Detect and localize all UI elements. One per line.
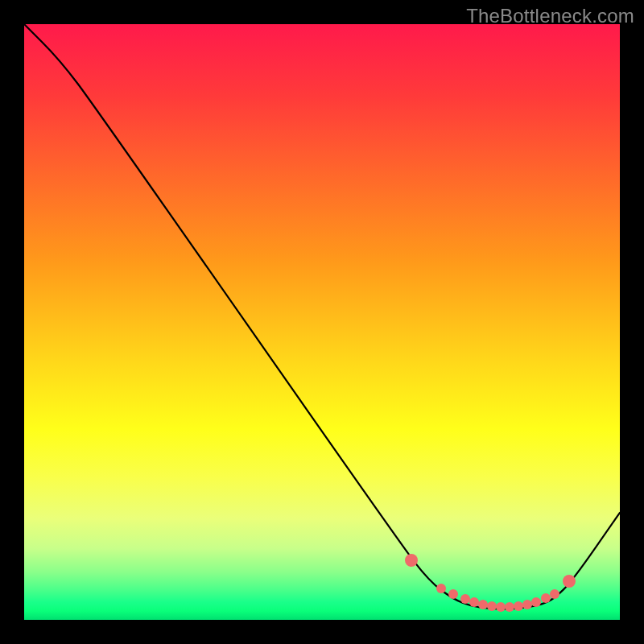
- highlight-dot: [514, 601, 523, 611]
- highlight-dot: [469, 597, 479, 607]
- highlight-dot: [550, 589, 559, 599]
- chart-stage: TheBottleneck.com: [0, 0, 644, 644]
- plot-area: [24, 24, 620, 620]
- highlight-dot: [405, 554, 418, 567]
- highlight-dot: [436, 584, 446, 593]
- highlight-dot: [563, 575, 576, 588]
- highlight-dot: [478, 600, 488, 609]
- highlight-dot: [448, 589, 458, 599]
- highlight-dots-layer: [24, 24, 620, 620]
